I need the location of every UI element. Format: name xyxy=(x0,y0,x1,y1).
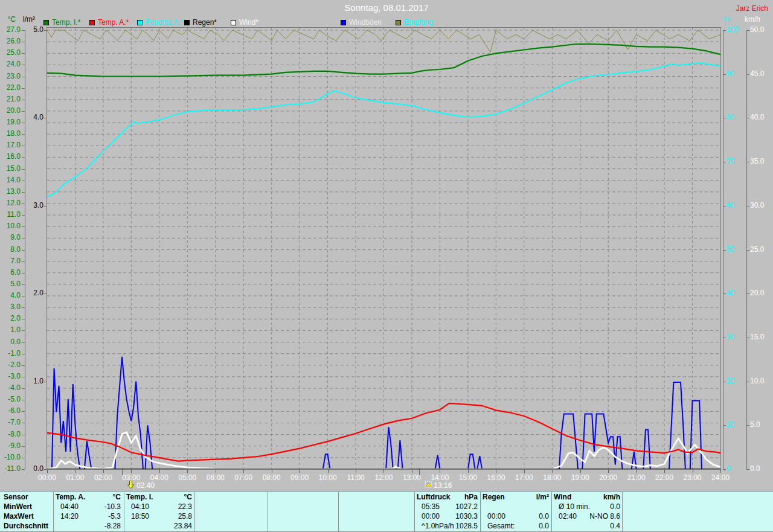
legend-swatch-temp-a xyxy=(89,20,95,25)
legend-label-temp-a: Temp. A.* xyxy=(98,18,129,27)
legend-item-wind: Wind* xyxy=(231,19,258,27)
x-axis-tick xyxy=(300,470,300,473)
legend-item-temp-i: Temp. I.* xyxy=(43,19,80,27)
table-divider xyxy=(480,492,481,532)
table-col-unit: km/h xyxy=(554,493,620,501)
x-axis-tick xyxy=(580,470,581,473)
marker-tick xyxy=(419,468,420,475)
table-col-unit: l/m² xyxy=(483,493,549,501)
x-axis-tick xyxy=(608,470,609,473)
x-axis-label: 10:00 xyxy=(316,474,340,482)
axis-tick-wind_kmh xyxy=(746,206,749,207)
axis-tick-temp_c xyxy=(22,100,25,100)
axis-label-temp_c: -3.0 xyxy=(0,373,21,380)
axis-label-temp_c: 20.0 xyxy=(0,107,21,115)
x-axis-label: 01:00 xyxy=(63,474,87,482)
axis-tick-temp_c xyxy=(22,146,25,146)
axis-tick-humidity_pct xyxy=(723,293,726,294)
table-cell-value: 0.4 xyxy=(554,522,620,530)
axis-label-temp_c: 21.0 xyxy=(0,95,21,103)
axis-label-temp_c: 13.0 xyxy=(0,188,21,196)
axis-label-humidity_pct: 80 xyxy=(726,114,742,121)
x-axis-tick xyxy=(524,470,525,473)
axis-label-humidity_pct: 40 xyxy=(726,289,742,297)
axis-label-temp_c: 14.0 xyxy=(0,176,21,184)
legend-swatch-temp-i xyxy=(43,20,49,25)
axis-tick-temp_c xyxy=(22,365,25,366)
legend-label-feuchte-a: Feuchte A.* xyxy=(146,18,183,27)
axis-label-temp_c: 11.0 xyxy=(0,211,21,219)
chart-plot-area xyxy=(47,28,720,469)
axis-label-temp_c: 16.0 xyxy=(0,153,21,161)
legend-item-empfang: Empfang xyxy=(396,19,433,27)
x-axis-tick xyxy=(693,470,693,473)
table-divider xyxy=(194,492,195,532)
axis-label-humidity_pct: 50 xyxy=(726,246,742,254)
axis-tick-wind_kmh xyxy=(746,118,749,118)
table-cell-value: 1028.5 xyxy=(417,522,478,530)
axis-title-rain_lm2: l/m² xyxy=(18,16,35,24)
axis-label-wind_kmh: 35.0 xyxy=(750,158,772,165)
axis-label-wind_kmh: 5.0 xyxy=(750,421,772,429)
axis-label-temp_c: 23.0 xyxy=(0,72,21,80)
axis-tick-temp_c xyxy=(22,42,25,42)
axis-label-humidity_pct: 0 xyxy=(726,465,742,473)
axis-title-humidity_pct: % xyxy=(723,16,736,24)
x-axis-tick xyxy=(131,470,132,473)
axis-label-temp_c: -11.0 xyxy=(0,465,21,473)
axis-tick-temp_c xyxy=(22,53,25,54)
axis-label-humidity_pct: 10 xyxy=(726,421,742,429)
axis-label-temp_c: 7.0 xyxy=(0,257,21,265)
x-axis-tick xyxy=(216,470,216,473)
axis-label-temp_c: 1.0 xyxy=(0,326,21,334)
legend-swatch-windboeen xyxy=(341,20,346,25)
summary-table: SensorMinWertMaxWertDurchschnittTemp. A.… xyxy=(0,491,773,532)
table-row-label: MinWert xyxy=(4,503,32,511)
table-row-label: Sensor xyxy=(4,493,28,501)
axis-tick-humidity_pct xyxy=(723,338,726,338)
axis-label-wind_kmh: 10.0 xyxy=(750,377,772,385)
sunrise-arrow-icon xyxy=(127,481,134,489)
x-axis-tick xyxy=(243,470,244,473)
x-axis-label: 05:00 xyxy=(175,474,199,482)
axis-tick-humidity_pct xyxy=(723,469,726,470)
axis-label-temp_c: -7.0 xyxy=(0,418,21,426)
axis-tick-temp_c xyxy=(22,273,25,274)
sun-icon xyxy=(425,481,433,489)
x-axis-tick xyxy=(383,470,384,473)
table-cell-value: 0.0 xyxy=(554,503,620,511)
axis-tick-temp_c xyxy=(22,423,25,423)
axis-tick-temp_c xyxy=(22,284,25,285)
axis-tick-wind_kmh xyxy=(746,293,749,294)
axis-label-wind_kmh: 50.0 xyxy=(750,26,772,34)
sunrise-arrow-icon xyxy=(127,481,136,489)
x-axis-tick xyxy=(637,470,637,473)
legend-item-temp-a: Temp. A.* xyxy=(89,19,129,27)
table-cell-value: 0.0 xyxy=(483,513,549,521)
axis-tick-temp_c xyxy=(22,238,25,239)
axis-label-temp_c: 10.0 xyxy=(0,222,21,230)
table-divider xyxy=(622,492,623,532)
axis-label-temp_c: 12.0 xyxy=(0,199,21,207)
x-axis-tick xyxy=(272,470,272,473)
axis-tick-temp_c xyxy=(22,88,25,89)
axis-label-humidity_pct: 30 xyxy=(726,333,742,341)
legend-swatch-feuchte-a xyxy=(137,20,143,25)
x-axis-tick xyxy=(440,470,440,473)
axis-label-temp_c: 3.0 xyxy=(0,303,21,311)
axis-title-wind_kmh: km/h xyxy=(745,16,770,24)
x-axis-tick xyxy=(75,470,75,473)
table-divider xyxy=(338,492,339,532)
axis-label-humidity_pct: 20 xyxy=(726,377,742,385)
axis-tick-temp_c xyxy=(22,157,25,158)
axis-tick-humidity_pct xyxy=(723,118,726,118)
axis-tick-temp_c xyxy=(22,330,25,331)
x-axis-tick xyxy=(187,470,188,473)
axis-label-wind_kmh: 30.0 xyxy=(750,202,772,210)
table-cell-value: N-NO 8.6 xyxy=(554,513,620,521)
axis-label-rain_lm2: 0.0 xyxy=(23,465,43,473)
x-axis-tick xyxy=(664,470,665,473)
axis-tick-humidity_pct xyxy=(723,74,726,75)
axis-tick-humidity_pct xyxy=(723,425,726,426)
axis-label-humidity_pct: 60 xyxy=(726,202,742,210)
